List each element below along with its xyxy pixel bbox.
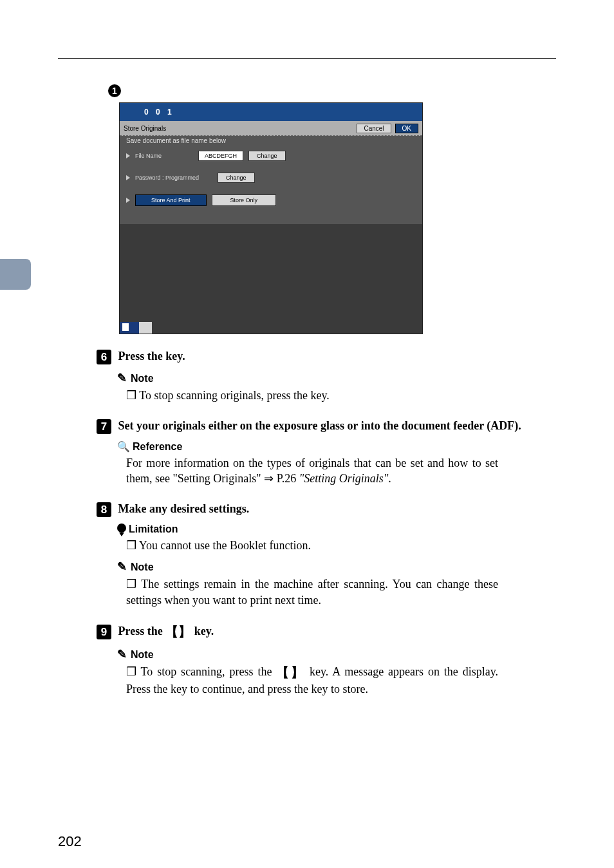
- note8: The settings remain in the machine after…: [126, 578, 498, 606]
- page-number: 202: [58, 833, 82, 850]
- lim8: You cannot use the Booklet function.: [139, 539, 311, 552]
- reference-label: Reference: [133, 441, 182, 452]
- pencil-icon: [117, 561, 128, 572]
- note-label-8: Note: [131, 561, 154, 572]
- step-number-9: 9: [97, 625, 111, 639]
- step-6-suffix: key.: [165, 350, 185, 363]
- reference-heading-7: Reference: [117, 440, 556, 453]
- screenshot-footer-strip: [120, 322, 152, 334]
- panel-subtitle: Save document as file name below: [120, 136, 422, 151]
- cancel-button[interactable]: Cancel: [357, 124, 391, 133]
- change-file-name-button[interactable]: Change: [248, 151, 286, 161]
- store-only-button[interactable]: Store Only: [212, 194, 277, 206]
- file-name-value: ABCDEFGH: [198, 151, 243, 161]
- step-9-suffix: key.: [191, 625, 214, 637]
- panel-header-title: Store Originals: [124, 125, 166, 132]
- note-6-text: ❒ To stop scanning originals, press the …: [126, 388, 498, 403]
- ok-button[interactable]: OK: [395, 124, 418, 133]
- panel-header: Store Originals Cancel OK: [120, 121, 422, 136]
- note9-e: key to continue, and press the: [171, 683, 311, 695]
- reference-7-text: For more information on the types of ori…: [126, 455, 498, 487]
- note-label: Note: [131, 373, 154, 384]
- step-number-8: 8: [97, 502, 111, 517]
- side-tab: [0, 259, 31, 290]
- ref7-b: ⇒ P.26: [264, 472, 299, 485]
- step-7-text: Set your originals either on the exposur…: [118, 419, 521, 432]
- password-label: Password : Programmed: [135, 175, 212, 181]
- note-heading-8: Note: [117, 560, 556, 574]
- triangle-icon: [126, 175, 130, 180]
- step-number-6: 6: [97, 350, 111, 364]
- pencil-icon: [117, 373, 128, 384]
- step-number-7: 7: [97, 419, 111, 434]
- note9-a: To stop scanning, press the: [141, 665, 277, 678]
- note9-g: key to store.: [311, 683, 367, 695]
- device-screenshot: 0 0 1 Store Originals Cancel OK Save doc…: [119, 102, 423, 334]
- step-6-prefix: Press the: [118, 350, 166, 363]
- step-8-text: Make any desired settings.: [118, 502, 250, 515]
- triangle-icon: [126, 153, 130, 158]
- file-name-label: File Name: [135, 153, 193, 159]
- pencil-icon: [117, 649, 128, 660]
- change-password-button[interactable]: Change: [218, 173, 255, 183]
- note-label-9: Note: [131, 649, 154, 660]
- store-and-print-button[interactable]: Store And Print: [135, 194, 207, 206]
- step-7: 7 Set your originals either on the expos…: [97, 419, 556, 434]
- limitation-heading-8: Limitation: [117, 524, 556, 535]
- ref7-d: .: [388, 472, 391, 485]
- note-8-text: ❒ The settings remain in the machine aft…: [126, 576, 498, 608]
- note6-c: key.: [310, 389, 329, 402]
- screenshot-title-number: 0 0 1: [135, 108, 183, 117]
- step-9: 9 Press the 【】 key.: [97, 623, 556, 641]
- callout-1: 1: [108, 84, 121, 97]
- top-divider: [58, 58, 556, 59]
- bulb-icon: [117, 524, 126, 533]
- step-9-prefix: Press the: [118, 625, 166, 637]
- screenshot-titlebar: 0 0 1: [120, 103, 422, 121]
- note-9-text: ❒ To stop scanning, press the 【】 key. A …: [126, 664, 498, 697]
- triangle-icon: [126, 198, 130, 203]
- ref7-c: "Setting Originals": [299, 472, 389, 485]
- note6-a: To stop scanning originals, press the: [139, 389, 310, 402]
- magnifier-icon: [117, 441, 130, 452]
- note-heading-6: Note: [117, 371, 556, 385]
- step-8: 8 Make any desired settings.: [97, 502, 556, 517]
- limitation-8-text: ❒ You cannot use the Booklet function.: [126, 538, 498, 553]
- note-heading-9: Note: [117, 647, 556, 661]
- limitation-label: Limitation: [129, 524, 178, 534]
- step-6: 6 Press the key.: [97, 350, 556, 364]
